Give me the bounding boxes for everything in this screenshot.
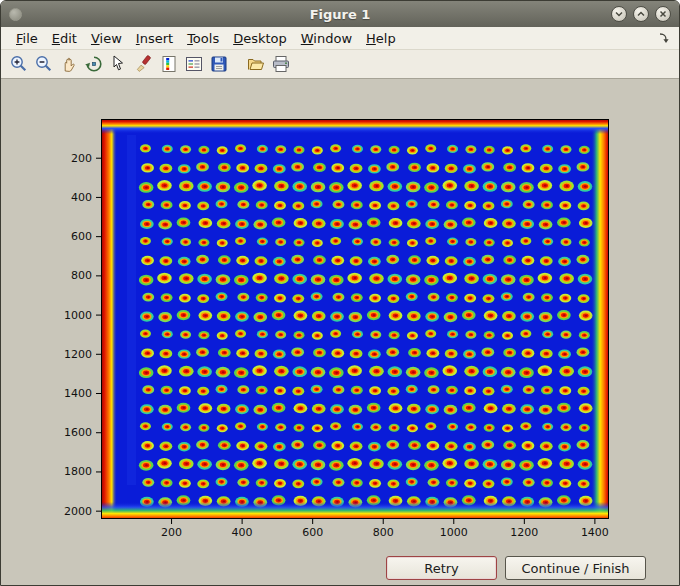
pan-hand-icon <box>59 54 79 74</box>
continue-finish-button-label: Continue / Finish <box>521 561 629 576</box>
menu-help[interactable]: Help <box>359 29 403 48</box>
titlebar: Figure 1 <box>1 1 679 27</box>
zoom-in-button[interactable] <box>7 53 30 76</box>
svg-text:600: 600 <box>302 526 323 539</box>
svg-text:1200: 1200 <box>510 526 538 539</box>
svg-text:800: 800 <box>373 526 394 539</box>
print-button[interactable] <box>269 53 292 76</box>
svg-text:600: 600 <box>71 230 92 243</box>
svg-text:400: 400 <box>71 191 92 204</box>
data-cursor-icon <box>109 54 129 74</box>
menubar: File Edit View Insert Tools Desktop Wind… <box>1 27 679 50</box>
legend-button[interactable] <box>182 53 205 76</box>
close-button[interactable] <box>655 6 671 22</box>
rotate-3d-icon <box>84 54 104 74</box>
svg-text:1200: 1200 <box>64 348 92 361</box>
menu-insert[interactable]: Insert <box>129 29 180 48</box>
print-icon <box>271 54 291 74</box>
legend-icon <box>184 54 204 74</box>
svg-text:1600: 1600 <box>64 426 92 439</box>
open-folder-icon <box>246 54 266 74</box>
brush-button[interactable] <box>132 53 155 76</box>
maximize-button[interactable] <box>633 6 649 22</box>
svg-text:1000: 1000 <box>440 526 468 539</box>
window-menu-icon[interactable] <box>9 8 22 21</box>
svg-text:200: 200 <box>161 526 182 539</box>
toolbar-separator <box>232 53 242 76</box>
retry-button[interactable]: Retry <box>386 556 497 580</box>
svg-text:1000: 1000 <box>64 309 92 322</box>
close-icon <box>658 9 668 19</box>
data-cursor-button[interactable] <box>107 53 130 76</box>
save-button[interactable] <box>207 53 230 76</box>
zoom-out-button[interactable] <box>32 53 55 76</box>
menu-view[interactable]: View <box>84 29 129 48</box>
chevron-down-icon <box>614 9 624 19</box>
minimize-button[interactable] <box>611 6 627 22</box>
svg-text:1800: 1800 <box>64 465 92 478</box>
menu-window[interactable]: Window <box>294 29 359 48</box>
svg-text:400: 400 <box>232 526 253 539</box>
colorbar-icon <box>159 54 179 74</box>
menu-file[interactable]: File <box>9 29 45 48</box>
colorbar-button[interactable] <box>157 53 180 76</box>
svg-text:800: 800 <box>71 269 92 282</box>
rotate-3d-button[interactable] <box>82 53 105 76</box>
menu-desktop[interactable]: Desktop <box>226 29 294 48</box>
svg-text:200: 200 <box>71 152 92 165</box>
menu-tools[interactable]: Tools <box>180 29 226 48</box>
toolbar <box>1 50 679 79</box>
chevron-up-icon <box>636 9 646 19</box>
dock-figure-icon[interactable] <box>657 32 671 44</box>
brush-icon <box>134 54 154 74</box>
menu-edit[interactable]: Edit <box>45 29 84 48</box>
zoom-out-icon <box>34 54 54 74</box>
pan-button[interactable] <box>57 53 80 76</box>
continue-finish-button[interactable]: Continue / Finish <box>505 556 646 580</box>
figure-window: Figure 1 File Edit View Insert <box>0 0 680 586</box>
window-controls <box>611 6 671 22</box>
svg-text:1400: 1400 <box>64 387 92 400</box>
svg-text:2000: 2000 <box>64 505 92 518</box>
retry-button-label: Retry <box>424 561 459 576</box>
open-button[interactable] <box>244 53 267 76</box>
figure-plot: 2004006008001000120014001600180020002004… <box>1 79 680 586</box>
save-icon <box>209 54 229 74</box>
window-title: Figure 1 <box>310 7 371 22</box>
zoom-in-icon <box>9 54 29 74</box>
svg-text:1400: 1400 <box>581 526 609 539</box>
figure-canvas-area: 2004006008001000120014001600180020002004… <box>1 79 679 585</box>
